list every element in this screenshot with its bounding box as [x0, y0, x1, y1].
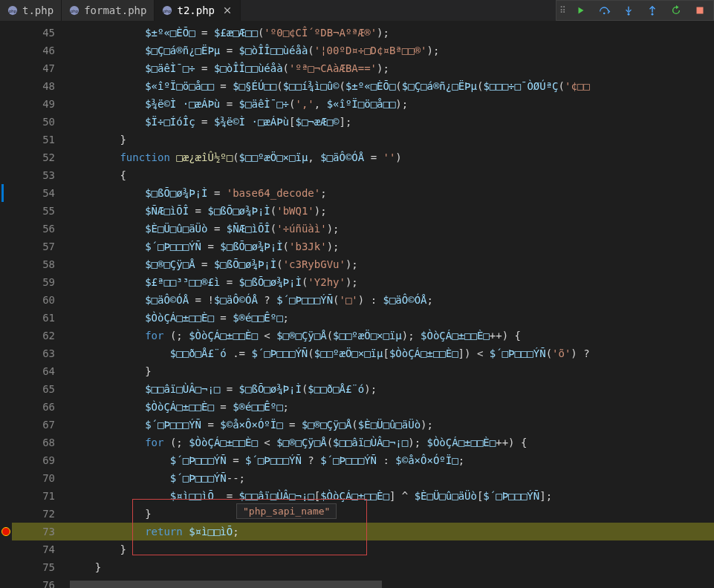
token-pun: ; [458, 454, 464, 466]
code-line[interactable]: } [65, 131, 714, 148]
code-area[interactable]: "php_sapi_name" $±º«□ÈÕ□ = $£æ□Æ□□('º0□¢… [65, 21, 714, 581]
token-var: $□äÔ©ÓÅ [320, 151, 364, 163]
code-line[interactable]: { [65, 166, 714, 184]
line-number: 45 [12, 24, 65, 42]
step-into-button[interactable] [618, 2, 639, 19]
code-line[interactable]: $´□Þ□□□ÝÑ = $´□Þ□□□ÝÑ ? $´□Þ□□□ÝÑ : $©å×… [65, 451, 714, 469]
token-var: $®é□□Êº□ [233, 401, 282, 413]
continue-button[interactable] [571, 2, 591, 19]
tab-format-php[interactable]: php format.php [62, 0, 155, 21]
token-pun: ( [283, 62, 289, 74]
tab-t2-php[interactable]: php t2.php [155, 0, 241, 21]
token-var: $□Ç□á®ñ¿□ËÞµ [402, 80, 477, 92]
line-number: 58 [12, 255, 65, 273]
token-var: $□§ÉÚ□□ [233, 80, 276, 92]
token-var: $□äÔ©ÓÅ [383, 294, 427, 306]
token-pun: = [195, 116, 214, 128]
token-pun: : [377, 454, 395, 466]
code-line[interactable]: } [65, 505, 714, 523]
line-number: 56 [12, 220, 65, 238]
code-line[interactable]: $ÑÆ□ìÕÎ = $□ßÕ□ø¾Þ¡Ì('bWQ1'); [65, 202, 714, 220]
token-var: $ÒòÇÁ□±□□È□ [189, 330, 258, 342]
code-line[interactable]: $□□ð□Å£¨ó .= $´□Þ□□□ÝÑ($□□ºæÖ□×□ïµ[$ÒòÇÁ… [65, 344, 714, 362]
code-line[interactable]: } [65, 558, 714, 576]
code-line[interactable]: $¤ì□□ìÕ = $□□âï□ÙÂ□¬¡□[$ÒòÇÁ□±□□È□] ^ $È… [65, 487, 714, 505]
code-line[interactable]: for (; $ÒòÇÁ□±□□È□ < $□®□Çÿ□Å($□□âï□ÙÂ□¬… [65, 434, 714, 451]
token-var: $´□Þ□□□ÝÑ [245, 454, 302, 466]
token-var: $□□□÷□¯ÒØÚªÇ [483, 80, 558, 92]
line-number: 70 [12, 469, 65, 487]
tab-label: t.php [22, 4, 53, 16]
code-line[interactable]: } [65, 540, 714, 558]
token-str: ',' [295, 98, 314, 110]
token-pun: ( [276, 258, 282, 270]
token-pun: ; [427, 294, 433, 306]
token-pun: ); [421, 419, 433, 431]
close-icon[interactable] [222, 5, 233, 16]
token-pun: ); [345, 276, 358, 288]
token-pun: = [201, 419, 220, 431]
stop-button[interactable] [689, 2, 710, 19]
token-str: 'c3RybGVu' [283, 258, 345, 270]
code-line[interactable]: $Ï÷□ÍóÎç = $¾ë©Ì ·□æÁÞù[$□¬æÆ□©]; [65, 113, 714, 131]
token-var: $ÒòÇÁ□±□□È□ [427, 437, 496, 448]
horizontal-scrollbar[interactable] [65, 581, 714, 588]
token-pun: ( [327, 437, 333, 448]
token-kw: function [120, 151, 169, 163]
code-line[interactable]: $È□Ü□û□äÜò = $ÑÆ□ìÕÎ('÷úñüàì'); [65, 220, 714, 238]
line-number: 76 [12, 576, 65, 588]
code-line[interactable]: $□□âï□ÙÂ□¬¡□ = $□ßÕ□ø¾Þ¡Ì($□□ð□Å£¨ó); [65, 380, 714, 398]
code-line[interactable]: $£ª□□³³□□®£ì = $□ßÕ□ø¾Þ¡Ì('Y2hy'); [65, 273, 714, 291]
token-var: $ÒòÇÁ□±□□È□ [389, 347, 458, 359]
token-pun: ( [270, 205, 276, 217]
code-line[interactable]: $¾ë©Ì ·□æÁÞù = $□äêÌ¯□÷(',', $«îºÏ□ö□å□□… [65, 95, 714, 113]
token-str: 'bWQ1' [276, 205, 314, 217]
token-pun: ]; [539, 490, 552, 502]
token-var: $□òÎÎ□□ùéåà [214, 62, 283, 74]
line-number: 68 [12, 434, 65, 451]
code-line[interactable]: $□äêÌ¯□÷ = $□òÎÎ□□ùéåà('ºª□¬CAàÆBA=='); [65, 59, 714, 77]
code-line[interactable]: function □æ¿æîÛ½º□($□□ºæÖ□×□ïµ, $□äÔ©ÓÅ … [65, 148, 714, 166]
code-line[interactable]: $«îºÏ□ö□å□□ = $□§ÉÚ□□($□□í¾ì□û©($±º«□ÈÕ□… [65, 77, 714, 95]
line-number: 59 [12, 273, 65, 291]
drag-grip-icon[interactable]: ⠿ [559, 5, 568, 16]
code-line[interactable]: $□Ç□á®ñ¿□ËÞµ = $□òÎÎ□□ùéåà('¦00ºD¤÷□D¢¤B… [65, 42, 714, 59]
token-pun: ) [395, 151, 401, 163]
code-line[interactable]: $□ßÕ□ø¾Þ¡Ì = 'base64_decode'; [65, 184, 714, 202]
token-var: $«îºÏ□ö□å□□ [327, 98, 396, 110]
code-line[interactable]: $□®□Çÿ□Å = $□ßÕ□ø¾Þ¡Ì('c3RybGVu'); [65, 255, 714, 273]
token-var: $Ï÷□ÍóÎç [145, 116, 195, 128]
token-pun: = [214, 80, 233, 92]
token-var: $£ª□□³³□□®£ì [145, 276, 220, 288]
step-over-button[interactable] [594, 2, 615, 19]
php-file-icon: php [162, 5, 172, 16]
token-pun: = ! [189, 294, 214, 306]
code-line[interactable]: $±º«□ÈÕ□ = $£æ□Æ□□('º0□¢CÎ´ºDB¬AºªÆ®'); [65, 24, 714, 42]
token-var: $□ßÕ□ø¾Þ¡Ì [239, 383, 302, 395]
token-pun: = [214, 401, 233, 413]
token-var: $£æ□Æ□□ [214, 27, 258, 39]
code-line[interactable]: $´□Þ□□□ÝÑ = $□ßÕ□ø¾Þ¡Ì('b3Jk'); [65, 238, 714, 255]
token-pun: } [120, 543, 126, 555]
token-pun: ; [283, 401, 289, 413]
breakpoint-icon[interactable] [1, 527, 10, 536]
token-pun: ); [402, 330, 421, 342]
token-var: $□®□Çÿ□Å [276, 330, 326, 342]
code-line[interactable]: $´□Þ□□□ÝÑ--; [65, 469, 714, 487]
restart-button[interactable] [666, 2, 687, 19]
code-line[interactable]: for (; $ÒòÇÁ□±□□È□ < $□®□Çÿ□Å($□□ºæÖ□×□ï… [65, 327, 714, 344]
line-number: 50 [12, 113, 65, 131]
code-line[interactable]: } [65, 362, 714, 380]
token-pun: ( [546, 347, 552, 359]
step-out-button[interactable] [642, 2, 663, 19]
code-line[interactable]: $ÒòÇÁ□±□□È□ = $®é□□Êº□; [65, 398, 714, 416]
scrollbar-thumb[interactable] [70, 581, 382, 588]
line-number: 62 [12, 327, 65, 344]
token-pun: ); [377, 62, 389, 74]
code-line[interactable]: return $¤ì□□ìÕ; [65, 523, 714, 540]
code-editor[interactable]: 4546474849505152535455565758596061626364… [0, 21, 714, 581]
code-line[interactable]: $´□Þ□□□ÝÑ = $©å×Ô×ÓºÏ□ = $□®□Çÿ□Å($È□Ü□û… [65, 416, 714, 434]
code-line[interactable]: $□äÔ©ÓÅ = !$□äÔ©ÓÅ ? $´□Þ□□□ÝÑ('□') : $□… [65, 291, 714, 309]
code-line[interactable]: $ÒòÇÁ□±□□È□ = $®é□□Êº□; [65, 309, 714, 327]
tab-t-php[interactable]: php t.php [0, 0, 62, 21]
